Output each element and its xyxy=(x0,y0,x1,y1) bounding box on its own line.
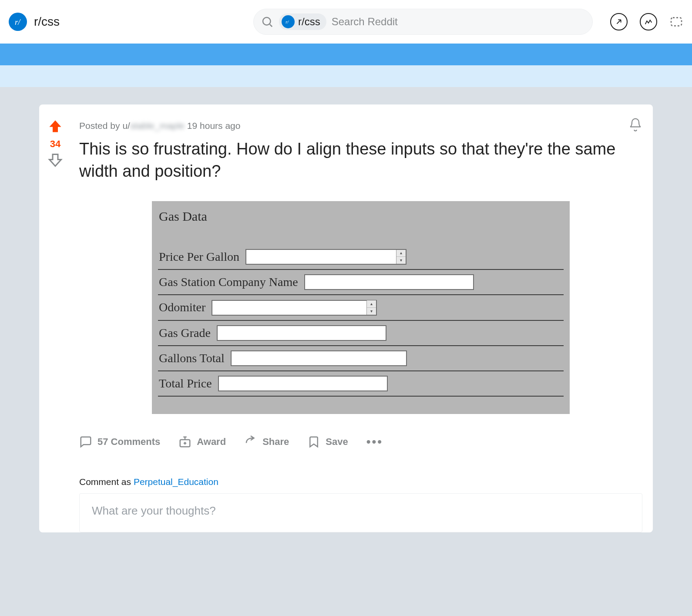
subreddit-mini-icon: r/ xyxy=(282,15,295,28)
form-label: Gas Grade xyxy=(159,326,211,340)
coins-icon[interactable] xyxy=(640,13,657,30)
posted-by-label: Posted by xyxy=(79,121,120,131)
svg-line-2 xyxy=(270,24,272,27)
post-title: This is so frustrating. How do I align t… xyxy=(79,138,642,183)
form-row: Price Per Gallon▴▾ xyxy=(158,245,564,270)
svg-rect-4 xyxy=(671,18,682,26)
search-bar[interactable]: r/ r/css xyxy=(253,9,593,35)
comments-button[interactable]: 57 Comments xyxy=(79,435,160,448)
form-row: Odomiter▴▾ xyxy=(158,295,564,321)
comment-input[interactable]: What are your thoughts? xyxy=(79,493,642,532)
svg-text:r/: r/ xyxy=(15,17,21,27)
award-button[interactable]: Award xyxy=(178,435,226,448)
form-row: Gas Station Company Name xyxy=(158,270,564,295)
more-button[interactable]: ••• xyxy=(366,435,383,449)
form-input[interactable] xyxy=(212,300,377,316)
author-username[interactable]: stable_maple xyxy=(130,121,185,131)
search-pill-label: r/css xyxy=(298,16,320,28)
top-bar: r/ r/css r/ r/css xyxy=(0,0,692,44)
form-row: Gallons Total xyxy=(158,346,564,371)
banner-primary xyxy=(0,44,692,65)
form-row: Gas Grade xyxy=(158,321,564,346)
top-icons-group xyxy=(610,13,683,30)
form-input[interactable] xyxy=(304,274,474,290)
share-label: Share xyxy=(262,436,289,448)
post-meta: Posted by u/stable_maple 19 hours ago xyxy=(79,118,642,134)
search-scope-pill[interactable]: r/ r/css xyxy=(279,13,326,30)
upvote-button[interactable] xyxy=(47,118,63,136)
downvote-button[interactable] xyxy=(47,152,63,170)
current-user-link[interactable]: Perpetual_Education xyxy=(134,477,218,487)
form-input[interactable] xyxy=(217,325,386,341)
form-input[interactable] xyxy=(245,249,406,265)
award-label: Award xyxy=(197,436,226,448)
number-stepper[interactable]: ▴▾ xyxy=(366,300,376,315)
form-label: Price Per Gallon xyxy=(159,250,239,264)
comment-placeholder: What are your thoughts? xyxy=(92,504,216,517)
share-button[interactable]: Share xyxy=(244,435,289,448)
save-label: Save xyxy=(326,436,348,448)
post-time: 19 hours ago xyxy=(187,121,241,131)
form-row: Total Price xyxy=(158,371,564,397)
vote-score: 34 xyxy=(50,138,60,150)
post-action-bar: 57 Comments Award Share Save ••• xyxy=(79,424,642,466)
post-image[interactable]: Gas Data Price Per Gallon▴▾Gas Station C… xyxy=(152,201,570,414)
search-icon xyxy=(261,15,274,28)
form-label: Total Price xyxy=(159,377,212,390)
comment-as-label: Comment as Perpetual_Education xyxy=(79,477,642,487)
subreddit-name[interactable]: r/css xyxy=(34,15,60,29)
bell-icon[interactable] xyxy=(628,118,642,134)
vote-column: 34 xyxy=(39,112,71,532)
popular-icon[interactable] xyxy=(610,13,628,30)
author-prefix[interactable]: u/ xyxy=(122,121,130,131)
form-heading: Gas Data xyxy=(159,209,564,224)
subreddit-icon[interactable]: r/ xyxy=(9,13,27,31)
form-input[interactable] xyxy=(218,376,388,391)
post-card: 34 Posted by u/stable_maple 19 hours ago… xyxy=(39,104,653,532)
comments-label: 57 Comments xyxy=(97,436,160,448)
save-button[interactable]: Save xyxy=(307,435,348,448)
svg-text:r/: r/ xyxy=(286,19,289,24)
form-input[interactable] xyxy=(231,350,407,366)
number-stepper[interactable]: ▴▾ xyxy=(396,250,406,264)
form-label: Odomiter xyxy=(159,300,205,314)
banner-secondary xyxy=(0,65,692,87)
form-label: Gas Station Company Name xyxy=(159,275,298,289)
search-input[interactable] xyxy=(332,16,584,28)
svg-point-1 xyxy=(263,17,271,25)
form-label: Gallons Total xyxy=(159,351,225,365)
chat-icon[interactable] xyxy=(669,15,683,29)
